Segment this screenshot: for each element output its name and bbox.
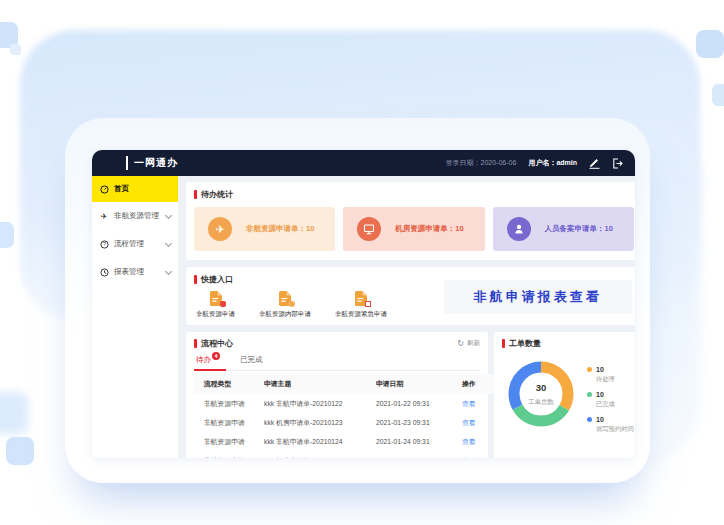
decor-square [0,392,28,434]
app-title: 一网通办 [126,156,178,170]
refresh-button[interactable]: ↻ 刷新 [457,339,480,348]
sidebar: 首页 ✈ 非航资源管理 ? 流程管理 [92,176,178,458]
todo-stat-card[interactable]: 机房资源申请单：10 [343,207,484,251]
edit-icon[interactable] [589,157,600,169]
stat-label: 机房资源申请单：10 [395,224,463,234]
gear-badge-icon [289,301,295,307]
nonav-report-view-button[interactable]: 非航申请报表查看 [444,280,632,314]
quick-entry-label: 非航资源申请 [196,310,235,319]
device-frame: 一网通办 登录日期：2020-06-06 用户名：admin [65,118,650,483]
chevron-down-icon [165,239,172,246]
legend-item: 10 待处理 [587,366,634,384]
decor-square [10,44,21,55]
question-circle-icon: ? [99,239,109,249]
plane-icon: ✈ [208,217,232,241]
sidebar-item-nonav-resource[interactable]: ✈ 非航资源管理 [92,202,178,230]
process-center-panel: 流程中心 ↻ 刷新 待办4 已完成 [186,332,488,458]
document-icon [354,290,368,307]
tab-pending[interactable]: 待办4 [196,355,220,365]
document-icon [209,290,223,307]
todo-stat-card[interactable]: ✈ 非航资源申请单：10 [194,207,335,251]
process-table: 流程类型 申请主题 申请日期 操作 非航资源申请 kkk 非航申请单-20210… [194,374,500,458]
sidebar-item-label: 流程管理 [114,239,144,249]
seal-badge-icon [220,301,226,307]
accent-bar [502,339,505,348]
pending-count-badge: 4 [212,352,220,360]
quick-entry-nonav-urgent-apply[interactable]: 非航资源紧急申请 [335,290,387,319]
main-content: 待办统计 ✈ 非航资源申请单：10 机房资源申请单：10 [178,176,635,458]
quick-entry-nonav-apply[interactable]: 非航资源申请 [196,290,235,319]
view-link[interactable]: 查看 [462,400,476,407]
svg-text:?: ? [103,241,106,247]
tab-completed[interactable]: 已完成 [240,355,263,365]
plane-icon: ✈ [99,211,109,221]
monitor-icon [357,217,381,241]
decor-square [0,222,14,248]
chart-legend: 10 待处理 10 已完成 10 填写预约时间 [587,366,634,434]
legend-item: 10 填写预约时间 [587,416,634,434]
quick-entry-nonav-internal-apply[interactable]: 非航资源内部申请 [259,290,311,319]
clock-icon [99,267,109,277]
table-row: 非航资源申请 kkk 机房申请单-20210123 2021-01-23 09:… [194,413,500,432]
section-title-process-center: 流程中心 [194,338,233,349]
legend-dot [587,367,592,372]
quick-entry-panel: 快捷入口 非航资源申请 [186,267,635,325]
workorder-donut-chart: 30 工单总数 [504,357,578,431]
section-title-workorder: 工单数量 [502,338,634,349]
accent-bar [194,339,197,348]
table-row: 非航资源申请 kkk 机房申请单-20210125 2021-01-25 09:… [194,451,500,458]
section-title-todo-stats: 待办统计 [194,189,634,200]
dashboard-icon [99,184,109,194]
quick-entry-label: 非航资源紧急申请 [335,310,387,319]
sidebar-item-label: 报表管理 [114,267,144,277]
chevron-down-icon [165,267,172,274]
legend-item: 10 已完成 [587,391,634,409]
refresh-icon: ↻ [457,339,464,348]
decor-square [6,437,34,465]
sidebar-item-label: 首页 [114,184,129,194]
view-link[interactable]: 查看 [462,457,476,459]
decor-square [712,84,724,106]
logout-icon[interactable] [612,158,623,169]
sidebar-item-label: 非航资源管理 [114,211,159,221]
sidebar-item-process-mgmt[interactable]: ? 流程管理 [92,230,178,258]
column-header: 申请日期 [374,374,460,394]
chevron-down-icon [165,211,172,218]
quick-entry-label: 非航资源内部申请 [259,310,311,319]
legend-dot [587,392,592,397]
process-tabs: 待办4 已完成 [194,355,480,371]
stat-label: 非航资源申请单：10 [246,224,314,234]
username: 用户名：admin [528,158,577,168]
sidebar-item-report-mgmt[interactable]: 报表管理 [92,258,178,286]
stat-label: 人员备案申请单：10 [545,224,613,234]
column-header: 申请主题 [262,374,374,394]
urgent-badge-icon [365,301,371,307]
top-navbar: 一网通办 登录日期：2020-06-06 用户名：admin [92,150,635,176]
todo-stats-panel: 待办统计 ✈ 非航资源申请单：10 机房资源申请单：10 [186,182,635,260]
app-window: 一网通办 登录日期：2020-06-06 用户名：admin [92,150,635,458]
donut-center-label: 30 工单总数 [504,357,578,431]
login-date: 登录日期：2020-06-06 [446,158,517,168]
view-link[interactable]: 查看 [462,419,476,426]
decor-square [696,30,724,58]
document-icon [278,290,292,307]
column-header: 流程类型 [194,374,262,394]
sidebar-item-home[interactable]: 首页 [92,176,178,202]
table-row: 非航资源申请 kkk 非航申请单-20210122 2021-01-22 09:… [194,394,500,413]
todo-stat-card[interactable]: 人员备案申请单：10 [493,207,634,251]
accent-bar [194,275,197,284]
workorder-panel: 工单数量 30 工单总数 [494,332,635,458]
person-icon [507,217,531,241]
table-row: 非航资源申请 kkk 非航申请单-20210124 2021-01-24 09:… [194,432,500,451]
accent-bar [194,190,197,199]
legend-dot [587,417,592,422]
view-link[interactable]: 查看 [462,438,476,445]
